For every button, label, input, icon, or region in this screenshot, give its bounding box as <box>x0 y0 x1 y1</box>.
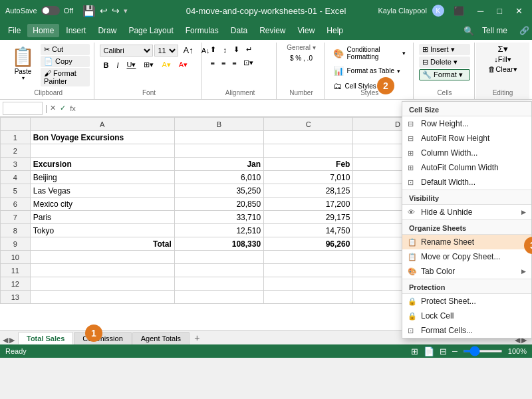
cell-5-b[interactable]: 35,250 <box>174 184 263 198</box>
cell-1-c[interactable] <box>264 131 353 144</box>
save-icon[interactable]: 💾 <box>82 5 96 17</box>
row-height-item[interactable]: ⊟ Row Height... <box>402 116 531 131</box>
tab-color-item[interactable]: 🎨 Tab Color <box>402 264 531 279</box>
delete-btn[interactable]: ⊟ Delete ▾ <box>419 57 470 68</box>
cell-6-b[interactable]: 20,850 <box>174 198 263 211</box>
cell-10-c[interactable] <box>264 251 353 264</box>
cell-12-b[interactable] <box>174 277 263 291</box>
align-left-btn[interactable]: ≡ <box>207 57 217 68</box>
cell-9-c[interactable]: 96,260 <box>264 237 353 251</box>
cell-12-a[interactable] <box>30 277 174 291</box>
cell-8-b[interactable]: 12,510 <box>174 224 263 237</box>
insert-btn[interactable]: ⊞ Insert ▾ <box>419 44 470 55</box>
cell-13-a[interactable] <box>30 291 174 304</box>
sheet-tab-agent-totals[interactable]: Agent Totals <box>132 332 190 344</box>
menu-data[interactable]: Data <box>225 24 253 37</box>
autofit-row-item[interactable]: ⊟ AutoFit Row Height <box>402 131 531 146</box>
cell-2-b[interactable] <box>174 144 263 158</box>
cut-button[interactable]: ✂ Cut <box>41 44 90 55</box>
menu-review[interactable]: Review <box>254 24 291 37</box>
menu-formulas[interactable]: Formulas <box>180 24 224 37</box>
close-btn[interactable]: ✕ <box>511 5 527 17</box>
cell-7-c[interactable]: 29,175 <box>264 211 353 224</box>
sheet-nav-right[interactable]: ▶ <box>9 336 15 344</box>
cell-5-a[interactable]: Las Vegas <box>30 184 174 198</box>
align-top-btn[interactable]: ⬆ <box>207 44 219 55</box>
cell-13-b[interactable] <box>174 291 263 304</box>
cell-10-b[interactable] <box>174 251 263 264</box>
copy-button[interactable]: 📄 Copy <box>41 56 90 67</box>
format-cells-item[interactable]: ⊡ Format Cells... <box>402 323 531 338</box>
insert-function-btn[interactable]: fx <box>70 104 76 112</box>
wrap-text-btn[interactable]: ↵ <box>243 44 255 55</box>
cell-4-b[interactable]: 6,010 <box>174 171 263 184</box>
cell-6-a[interactable]: Mexico city <box>30 198 174 211</box>
cell-7-a[interactable]: Paris <box>30 211 174 224</box>
cell-8-c[interactable]: 14,750 <box>264 224 353 237</box>
hide-unhide-item[interactable]: 👁 Hide & Unhide <box>402 205 531 219</box>
page-break-btn[interactable]: ⊟ <box>440 346 447 356</box>
align-bottom-btn[interactable]: ⬇ <box>231 44 242 55</box>
paste-button[interactable]: 📋 Paste ▾ <box>7 44 39 83</box>
cell-11-a[interactable] <box>30 264 174 277</box>
format-painter-button[interactable]: 🖌 Format Painter <box>41 68 90 86</box>
cell-3-c[interactable]: Feb <box>264 158 353 171</box>
format-as-table-btn[interactable]: 📊 Format as Table ▾ <box>330 64 404 78</box>
cell-11-b[interactable] <box>174 264 263 277</box>
zoom-slider[interactable] <box>463 350 503 352</box>
cell-5-c[interactable]: 28,125 <box>264 184 353 198</box>
col-width-item[interactable]: ⊞ Column Width... <box>402 146 531 160</box>
autosave-toggle[interactable] <box>41 6 60 15</box>
page-layout-btn[interactable]: 📄 <box>424 346 434 356</box>
border-button[interactable]: ⊞▾ <box>140 59 157 70</box>
font-size-select[interactable]: 11 <box>154 45 178 57</box>
add-sheet-btn[interactable]: + <box>190 331 203 344</box>
sheet-tab-total-sales[interactable]: Total Sales <box>18 332 73 344</box>
menu-draw[interactable]: Draw <box>92 24 122 37</box>
cell-13-c[interactable] <box>264 291 353 304</box>
name-box[interactable] <box>3 102 43 115</box>
minimize-btn[interactable]: ─ <box>473 5 487 17</box>
cell-1-a[interactable]: Bon Voyage Excursions <box>30 131 174 144</box>
confirm-formula-btn[interactable]: ✓ <box>60 104 66 112</box>
menu-tell-me[interactable]: Tell me <box>477 24 513 37</box>
cell-2-a[interactable] <box>30 144 174 158</box>
cell-4-a[interactable]: Beijing <box>30 171 174 184</box>
menu-view[interactable]: View <box>293 24 321 37</box>
cell-4-c[interactable]: 7,010 <box>264 171 353 184</box>
cell-11-c[interactable] <box>264 264 353 277</box>
increase-font-btn[interactable]: A↑ <box>180 44 196 57</box>
move-copy-item[interactable]: 📋 Move or Copy Sheet... <box>402 249 531 264</box>
ribbon-collapse-btn[interactable]: ⬛ <box>450 5 468 17</box>
menu-file[interactable]: File <box>3 24 26 37</box>
menu-page-layout[interactable]: Page Layout <box>123 24 178 37</box>
cell-2-c[interactable] <box>264 144 353 158</box>
cell-6-c[interactable]: 17,200 <box>264 198 353 211</box>
col-header-c[interactable]: C <box>264 118 353 131</box>
cell-9-b[interactable]: 108,330 <box>174 237 263 251</box>
font-color-button[interactable]: A▾ <box>176 59 191 70</box>
cell-7-b[interactable]: 33,710 <box>174 211 263 224</box>
cell-10-a[interactable] <box>30 251 174 264</box>
redo-icon[interactable]: ↪ <box>112 5 120 16</box>
align-center-btn[interactable]: ≡ <box>219 57 228 68</box>
cell-8-a[interactable]: Tokyo <box>30 224 174 237</box>
italic-button[interactable]: I <box>113 60 122 70</box>
expand-formula-btn[interactable]: ✕ <box>50 104 56 112</box>
conditional-formatting-btn[interactable]: 🎨 Conditional Formatting ▾ <box>330 44 409 63</box>
cell-3-a[interactable]: Excursion <box>30 158 174 171</box>
merge-btn[interactable]: ⊡▾ <box>241 57 256 68</box>
lock-cell-item[interactable]: 🔒 Lock Cell <box>402 309 531 323</box>
cell-12-c[interactable] <box>264 277 353 291</box>
fill-color-button[interactable]: A▾ <box>158 59 174 70</box>
normal-view-btn[interactable]: ⊞ <box>411 346 418 356</box>
protect-sheet-item[interactable]: 🔒 Protect Sheet... <box>402 294 531 309</box>
format-btn[interactable]: 🔧 Format ▾ <box>419 69 470 80</box>
maximize-btn[interactable]: □ <box>493 5 506 17</box>
cell-1-b[interactable] <box>174 131 263 144</box>
menu-insert[interactable]: Insert <box>61 24 91 37</box>
share-icon[interactable]: 🔗 <box>519 26 529 35</box>
cell-3-b[interactable]: Jan <box>174 158 263 171</box>
col-header-a[interactable]: A <box>30 118 174 131</box>
bold-button[interactable]: B <box>100 60 112 70</box>
